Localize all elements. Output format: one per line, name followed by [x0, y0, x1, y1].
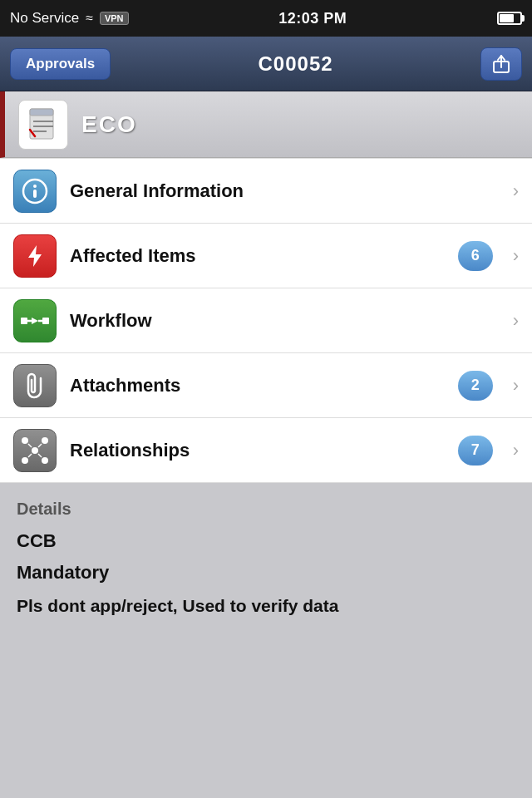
menu-item-affected-items[interactable]: Affected Items 6 ›: [0, 224, 532, 288]
back-button[interactable]: Approvals: [10, 48, 111, 80]
eco-icon-container: [18, 100, 68, 150]
workflow-symbol: [20, 313, 50, 329]
wifi-icon: ≈: [86, 11, 93, 26]
info-icon: [13, 170, 57, 213]
relationships-badge: 7: [458, 436, 493, 466]
details-section: Details CCB Mandatory Pls dont app/rejec…: [0, 483, 532, 634]
svg-line-24: [28, 454, 32, 457]
nav-bar: Approvals C00052: [0, 37, 532, 91]
general-information-label: General Information: [70, 180, 500, 202]
svg-marker-15: [32, 318, 38, 324]
attachments-chevron: ›: [513, 375, 519, 397]
eco-header: ECO: [0, 91, 532, 158]
share-icon: [490, 53, 512, 75]
status-bar: No Service ≈ VPN 12:03 PM: [0, 0, 532, 37]
details-description: Pls dont app/reject, Used to verify data: [17, 594, 515, 618]
affected-items-chevron: ›: [513, 245, 519, 267]
menu-item-attachments[interactable]: Attachments 2 ›: [0, 353, 532, 418]
menu-list: General Information › Affected Items 6 ›…: [0, 158, 532, 483]
svg-rect-13: [42, 318, 49, 324]
menu-item-workflow[interactable]: Workflow ›: [0, 288, 532, 353]
status-right: [497, 12, 522, 25]
relationships-chevron: ›: [513, 440, 519, 461]
affected-icon: [13, 234, 57, 278]
relationships-icon: [13, 429, 57, 472]
svg-point-9: [33, 185, 37, 188]
status-left: No Service ≈ VPN: [10, 10, 129, 27]
svg-point-17: [32, 447, 38, 454]
svg-line-22: [28, 444, 32, 447]
details-mandatory: Mandatory: [17, 562, 515, 584]
svg-point-18: [22, 437, 28, 444]
share-button[interactable]: [480, 47, 522, 81]
workflow-label: Workflow: [70, 310, 500, 332]
status-time: 12:03 PM: [278, 10, 347, 27]
battery-fill: [500, 14, 514, 22]
svg-point-20: [22, 457, 28, 464]
workflow-chevron: ›: [513, 310, 519, 332]
paperclip-symbol: [22, 372, 47, 400]
details-ccb: CCB: [17, 530, 515, 552]
carrier-text: No Service: [10, 10, 79, 27]
page-title: C00052: [259, 52, 333, 76]
menu-item-relationships[interactable]: Relationships 7 ›: [0, 418, 532, 483]
attachments-label: Attachments: [70, 375, 445, 397]
relationships-symbol: [20, 436, 50, 466]
relationships-label: Relationships: [70, 440, 445, 461]
affected-items-badge: 6: [458, 241, 493, 271]
vpn-badge: VPN: [100, 12, 129, 25]
svg-point-21: [42, 457, 48, 464]
general-information-chevron: ›: [513, 180, 519, 202]
workflow-icon: [13, 299, 57, 342]
info-symbol: [22, 178, 48, 204]
eco-label: ECO: [81, 111, 137, 138]
svg-rect-10: [33, 190, 37, 198]
attachments-badge: 2: [458, 371, 493, 401]
svg-point-19: [42, 437, 48, 444]
lightning-symbol: [22, 243, 48, 269]
details-title: Details: [17, 500, 515, 519]
menu-item-general-information[interactable]: General Information ›: [0, 159, 532, 224]
svg-rect-12: [21, 318, 27, 324]
eco-document-icon: [25, 106, 62, 143]
affected-items-label: Affected Items: [70, 245, 445, 267]
svg-rect-3: [30, 109, 53, 116]
svg-marker-11: [28, 245, 42, 267]
attachments-icon: [13, 364, 57, 407]
battery-icon: [497, 12, 522, 25]
svg-line-25: [38, 454, 42, 457]
svg-line-23: [38, 444, 42, 447]
